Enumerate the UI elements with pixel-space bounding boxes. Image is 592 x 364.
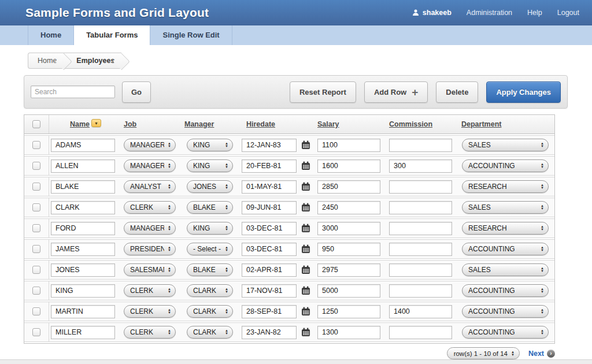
hiredate-input[interactable] xyxy=(242,222,297,235)
name-input[interactable] xyxy=(51,139,115,152)
go-button[interactable]: Go xyxy=(122,81,151,103)
column-header-commission[interactable]: Commission xyxy=(389,120,432,128)
column-header-manager[interactable]: Manager xyxy=(184,120,214,128)
salary-input[interactable] xyxy=(317,263,380,277)
salary-input[interactable] xyxy=(317,201,380,214)
department-select[interactable]: SALES ▲▼ xyxy=(462,139,549,151)
calendar-icon[interactable] xyxy=(301,161,310,170)
row-select-checkbox[interactable] xyxy=(32,245,40,253)
department-select[interactable]: RESEARCH ▲▼ xyxy=(462,180,549,193)
row-select-checkbox[interactable] xyxy=(32,328,40,336)
commission-input[interactable] xyxy=(389,159,452,173)
manager-select[interactable]: CLARK ▲▼ xyxy=(187,284,233,297)
salary-input[interactable] xyxy=(317,284,380,298)
job-select[interactable]: CLERK ▲▼ xyxy=(124,201,176,214)
sort-desc-icon[interactable]: ▼ xyxy=(91,119,101,127)
delete-button[interactable]: Delete xyxy=(436,81,478,103)
reset-report-button[interactable]: Reset Report xyxy=(290,81,356,103)
manager-select[interactable]: BLAKE ▲▼ xyxy=(187,263,233,276)
salary-input[interactable] xyxy=(317,243,380,256)
tab-home[interactable]: Home xyxy=(28,25,74,45)
calendar-icon[interactable] xyxy=(301,203,310,212)
hiredate-input[interactable] xyxy=(242,180,297,194)
job-select[interactable]: MANAGER ▲▼ xyxy=(124,159,176,172)
job-select[interactable]: CLERK ▲▼ xyxy=(124,284,176,297)
commission-input[interactable] xyxy=(389,243,452,256)
column-header-job[interactable]: Job xyxy=(124,120,136,128)
next-page-link[interactable]: Next › xyxy=(528,350,555,358)
calendar-icon[interactable] xyxy=(301,307,310,316)
department-select[interactable]: SALES ▲▼ xyxy=(462,263,549,276)
manager-select[interactable]: BLAKE ▲▼ xyxy=(187,201,233,214)
commission-input[interactable] xyxy=(389,201,452,214)
commission-input[interactable] xyxy=(389,326,452,339)
job-select[interactable]: MANAGER ▲▼ xyxy=(124,222,176,235)
salary-input[interactable] xyxy=(317,222,380,235)
column-header-department[interactable]: Department xyxy=(461,120,501,128)
job-select[interactable]: SALESMAN ▲▼ xyxy=(124,263,176,276)
search-input[interactable] xyxy=(31,86,115,98)
hiredate-input[interactable] xyxy=(242,139,297,152)
name-input[interactable] xyxy=(51,243,115,256)
commission-input[interactable] xyxy=(389,139,452,152)
department-select[interactable]: ACCOUNTING ▲▼ xyxy=(462,284,549,297)
calendar-icon[interactable] xyxy=(301,265,310,274)
job-select[interactable]: PRESIDENT ▲▼ xyxy=(124,243,176,255)
hiredate-input[interactable] xyxy=(242,159,297,173)
hiredate-input[interactable] xyxy=(242,326,297,339)
add-row-button[interactable]: Add Row + xyxy=(364,81,428,103)
name-input[interactable] xyxy=(51,284,115,298)
manager-select[interactable]: KING ▲▼ xyxy=(187,139,233,151)
hiredate-input[interactable] xyxy=(242,243,297,256)
row-select-checkbox[interactable] xyxy=(32,203,40,211)
row-select-checkbox[interactable] xyxy=(32,183,40,191)
hiredate-input[interactable] xyxy=(242,263,297,277)
name-input[interactable] xyxy=(51,222,115,235)
name-input[interactable] xyxy=(51,305,115,318)
apply-changes-button[interactable]: Apply Changes xyxy=(486,81,561,103)
manager-select[interactable]: KING ▲▼ xyxy=(187,159,233,172)
tab-tabular-forms[interactable]: Tabular Forms xyxy=(74,25,150,45)
tab-single-row-edit[interactable]: Single Row Edit xyxy=(150,25,232,45)
department-select[interactable]: RESEARCH ▲▼ xyxy=(462,222,549,235)
salary-input[interactable] xyxy=(317,326,380,339)
name-input[interactable] xyxy=(51,263,115,277)
manager-select[interactable]: CLARK ▲▼ xyxy=(187,326,233,339)
department-select[interactable]: ACCOUNTING ▲▼ xyxy=(462,326,549,339)
department-select[interactable]: ACCOUNTING ▲▼ xyxy=(462,159,549,172)
salary-input[interactable] xyxy=(317,139,380,152)
row-select-checkbox[interactable] xyxy=(32,162,40,170)
commission-input[interactable] xyxy=(389,305,452,318)
name-input[interactable] xyxy=(51,201,115,214)
manager-select[interactable]: KING ▲▼ xyxy=(187,222,233,235)
column-header-hiredate[interactable]: Hiredate xyxy=(246,120,275,128)
manager-select[interactable]: CLARK ▲▼ xyxy=(187,305,233,318)
help-link[interactable]: Help xyxy=(527,9,542,17)
hiredate-input[interactable] xyxy=(242,305,297,318)
name-input[interactable] xyxy=(51,180,115,194)
salary-input[interactable] xyxy=(317,180,380,194)
manager-select[interactable]: JONES ▲▼ xyxy=(187,180,233,193)
row-select-checkbox[interactable] xyxy=(32,307,40,315)
job-select[interactable]: CLERK ▲▼ xyxy=(124,326,176,339)
select-all-checkbox[interactable] xyxy=(32,120,40,128)
row-select-checkbox[interactable] xyxy=(32,141,40,149)
column-header-name[interactable]: Name xyxy=(70,120,90,128)
calendar-icon[interactable] xyxy=(301,140,310,150)
hiredate-input[interactable] xyxy=(242,201,297,214)
manager-select[interactable]: - Select - ▲▼ xyxy=(187,243,233,255)
calendar-icon[interactable] xyxy=(301,286,310,295)
breadcrumb-home[interactable]: Home xyxy=(28,53,64,69)
calendar-icon[interactable] xyxy=(301,224,310,233)
row-select-checkbox[interactable] xyxy=(32,224,40,232)
calendar-icon[interactable] xyxy=(301,182,310,191)
name-input[interactable] xyxy=(51,326,115,339)
department-select[interactable]: ACCOUNTING ▲▼ xyxy=(462,305,549,318)
department-select[interactable]: ACCOUNTING ▲▼ xyxy=(462,243,549,255)
name-input[interactable] xyxy=(51,159,115,173)
salary-input[interactable] xyxy=(317,305,380,318)
calendar-icon[interactable] xyxy=(301,244,310,254)
row-range-select[interactable]: row(s) 1 - 10 of 14 ▲▼ xyxy=(447,347,520,359)
commission-input[interactable] xyxy=(389,222,452,235)
job-select[interactable]: ANALYST ▲▼ xyxy=(124,180,176,193)
